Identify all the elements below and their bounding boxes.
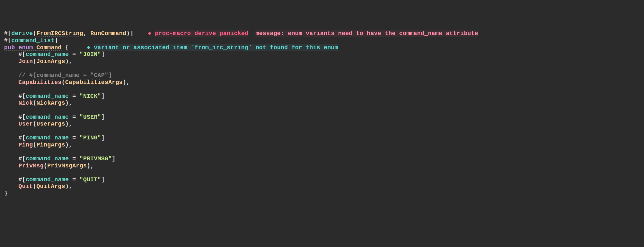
indent [4,51,19,58]
hash-token: # [19,155,22,162]
string-join: "JOIN" [79,51,101,58]
keyword-pub: pub [4,44,19,51]
code-line-16: #[command_name = "QUIT"] [4,176,640,183]
code-line-18: } [4,190,640,197]
indent [4,162,19,169]
paren-open: ( [33,141,36,148]
enum-name: Command [36,44,62,51]
paren-close: ) [65,100,69,106]
bracket-open: [ [22,93,26,100]
comma: , [69,58,72,65]
hash-token: # [19,134,22,141]
code-line-2: #[command_list] [4,37,640,44]
attr-command-name: command_name [26,176,69,183]
indent [4,72,19,79]
bracket-open: [ [22,176,26,183]
comma: , [90,162,94,169]
code-line-15: PrivMsg(PrivMsgArgs), [4,162,640,169]
bracket-close: ] [101,134,104,141]
hash-token: # [19,114,22,121]
string-ping: "PING" [79,134,101,141]
hash-token: # [19,93,22,100]
indent [4,114,19,121]
variant-capabilities: Capabilities [19,79,62,86]
code-line-10: #[command_name = "USER"] [4,114,640,121]
code-line-1: #[derive(FromIRCString, RunCommand)] ● p… [4,30,640,37]
type-pingargs: PingArgs [36,141,65,148]
type-quitargs: QuitArgs [36,183,65,190]
space [62,44,65,51]
paren-close: ) [123,79,126,86]
indent [4,121,19,127]
diagnostic-info[interactable]: variant or associated item `from_irc_str… [94,44,338,51]
equals: = [69,176,80,183]
bracket-close: ] [101,176,104,183]
derive-keyword: derive [11,30,33,37]
code-line-blank [4,128,640,135]
bracket-close: ] [54,37,58,44]
indent [4,58,19,65]
indent [4,79,19,86]
paren-close: ) [65,183,69,190]
bracket-close: ] [130,30,133,37]
string-nick: "NICK" [79,93,101,100]
hash-token: # [19,176,22,183]
code-editor[interactable]: #[derive(FromIRCString, RunCommand)] ● p… [4,30,640,197]
indent [4,141,19,148]
diagnostic-error-1[interactable]: proc-macro derive panicked [155,30,248,37]
equals: = [69,155,80,162]
string-privmsg: "PRIVMSG" [79,155,112,162]
keyword-enum: enum [19,44,36,51]
info-bullet-icon: ● [87,44,94,51]
brace-close: } [4,190,8,197]
code-line-13: Ping(PingArgs), [4,141,640,149]
code-line-11: User(UserArgs), [4,121,640,128]
brace-open: { [65,44,69,51]
spacer [133,30,148,37]
spacer [248,30,255,37]
code-line-12: #[command_name = "PING"] [4,134,640,141]
indent [4,176,19,183]
comma: , [126,79,130,86]
hash-token: # [19,51,22,58]
bracket-open: [ [22,114,26,121]
code-line-6: // #[command_name = "CAP"] [4,72,640,79]
string-quit: "QUIT" [79,176,101,183]
type-userargs: UserArgs [36,121,65,127]
spacer [69,44,87,51]
equals: = [69,51,80,58]
variant-join: Join [19,58,33,65]
indent [4,100,19,106]
type-nickargs: NickArgs [36,100,65,106]
indent [4,183,19,190]
derive-macro-1: FromIRCString [36,30,83,37]
paren-close: ) [65,58,69,65]
bracket-open: [ [8,30,11,37]
bracket-close: ] [101,93,104,100]
code-line-5: Join(JoinArgs), [4,58,640,65]
indent [4,134,19,141]
variant-privmsg: PrivMsg [19,162,44,169]
paren-close: ) [126,30,130,37]
paren-open: ( [33,100,36,106]
code-line-4: #[command_name = "JOIN"] [4,51,640,58]
code-line-blank [4,169,640,176]
paren-close: ) [65,141,69,148]
code-line-blank [4,148,640,155]
comma: , [69,121,72,127]
variant-quit: Quit [19,183,33,190]
paren-open: ( [33,58,36,65]
paren-open: ( [33,30,36,37]
paren-close: ) [65,121,69,127]
comma: , [69,183,72,190]
code-line-9: Nick(NickArgs), [4,100,640,107]
type-capabilitiesargs: CapabilitiesArgs [65,79,122,86]
bracket-open: [ [22,134,26,141]
string-user: "USER" [79,114,101,121]
variant-ping: Ping [19,141,33,148]
diagnostic-error-2[interactable]: message: enum variants need to have the … [255,30,478,37]
indent [4,155,19,162]
variant-user: User [19,121,33,127]
variant-nick: Nick [19,100,33,106]
attr-command-list: command_list [11,37,54,44]
